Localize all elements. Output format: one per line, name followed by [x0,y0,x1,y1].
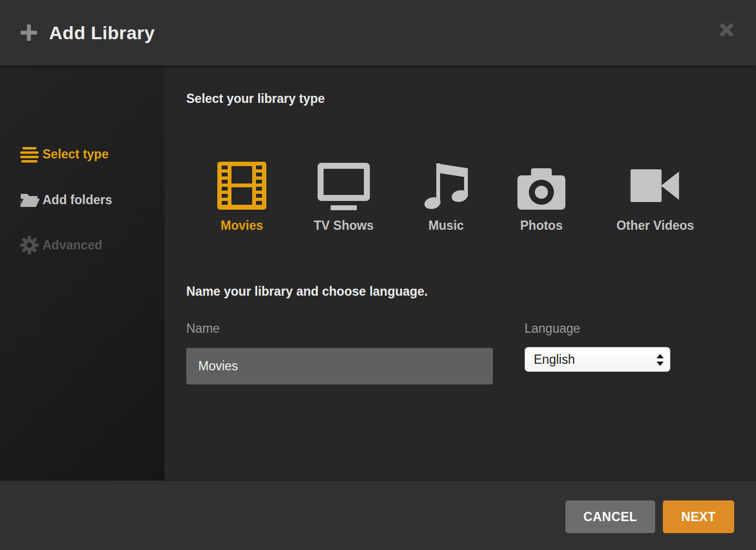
library-type-label: Movies [217,218,266,233]
dialog-title: Add Library [49,0,155,65]
library-type-label: Music [421,218,471,233]
library-type-other-videos[interactable]: Other Videos [617,158,694,233]
tv-icon [314,158,374,210]
dialog-header: Add Library [0,0,756,65]
library-type-label: Photos [517,218,566,233]
library-type-movies[interactable]: Movies [217,158,266,233]
film-strip-icon [217,158,266,210]
sidebar-item-advanced: Advanced [0,231,164,259]
sidebar-item-add-folders[interactable]: Add folders [0,186,164,213]
library-type-photos[interactable]: Photos [517,158,566,233]
next-button[interactable]: NEXT [663,500,734,533]
select-stepper-icon [656,353,664,369]
plus-icon [20,24,38,41]
add-library-dialog: Add Library Select type [0,0,756,550]
name-field-label: Name [186,321,220,336]
language-select[interactable]: English [525,347,670,372]
library-type-label: Other Videos [617,218,694,233]
cancel-button[interactable]: CANCEL [565,500,655,533]
list-lines-icon [20,145,40,163]
language-field-label: Language [525,321,580,336]
name-language-heading: Name your library and choose language. [186,284,428,299]
sidebar-item-label: Select type [42,147,108,162]
sidebar-item-label: Add folders [42,193,112,207]
sidebar-item-label: Advanced [42,238,102,253]
dialog-footer: CANCEL NEXT [0,480,756,550]
close-icon[interactable] [719,22,734,38]
main-content: Select your library type [164,65,756,480]
camera-icon [517,158,566,210]
library-type-music[interactable]: Music [421,158,471,233]
music-note-icon [421,158,471,210]
library-type-heading: Select your library type [186,91,325,106]
library-name-input[interactable] [186,348,493,384]
video-camera-icon [617,158,694,210]
library-type-label: TV Shows [314,218,374,233]
sidebar-item-select-type[interactable]: Select type [0,140,164,168]
library-type-tv-shows[interactable]: TV Shows [314,158,374,233]
gear-icon [20,235,40,255]
folder-open-icon [20,192,40,208]
wizard-steps-sidebar: Select type Add folders [0,65,164,480]
language-selected-value: English [525,352,575,367]
